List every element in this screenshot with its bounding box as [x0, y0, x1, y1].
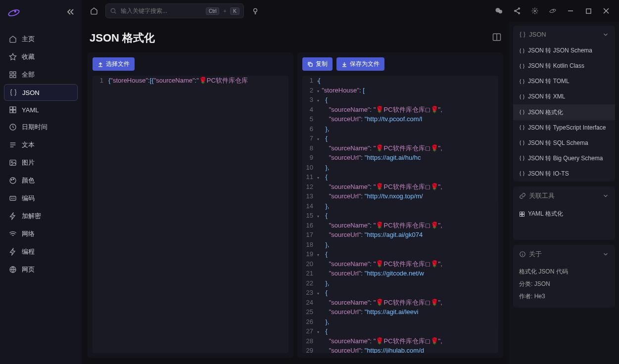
- choose-file-button[interactable]: 选择文件: [93, 57, 135, 71]
- sidebar-item-encode[interactable]: 编码: [4, 190, 78, 207]
- tool-item[interactable]: JSON 转 JSON Schema: [513, 43, 615, 58]
- kbd-k: K: [230, 7, 239, 15]
- svg-rect-8: [10, 110, 12, 113]
- sidebar-item-label: 网页: [22, 265, 35, 274]
- share-icon[interactable]: [509, 3, 525, 18]
- tool-item[interactable]: JSON 转 TOML: [513, 74, 615, 89]
- sidebar-item-bolt[interactable]: 编程: [4, 243, 78, 260]
- about-header[interactable]: 关于: [513, 245, 615, 264]
- home-button[interactable]: [87, 3, 101, 18]
- sidebar-item-boxes[interactable]: YAML: [4, 102, 78, 118]
- svg-rect-7: [13, 107, 16, 109]
- svg-rect-34: [523, 214, 524, 216]
- output-editor[interactable]: 1{2 "storeHouse": [3 {4 "sourceName": "🌹…: [302, 76, 498, 353]
- braces-icon: [519, 171, 525, 177]
- sidebar-item-palette[interactable]: 颜色: [4, 172, 78, 189]
- tool-item-label: JSON 转 SQL Schema: [528, 139, 588, 147]
- search-box[interactable]: Ctrl + K: [105, 3, 244, 18]
- kbd-ctrl: Ctrl: [206, 7, 220, 15]
- chevron-down-icon: [602, 31, 609, 38]
- related-tools-section: 关联工具 YAML 格式化: [513, 186, 615, 240]
- sidebar-item-label: JSON: [22, 89, 40, 96]
- svg-rect-30: [309, 63, 312, 66]
- boxes-icon: [9, 106, 17, 114]
- layout-toggle-icon[interactable]: [492, 33, 501, 44]
- tool-item[interactable]: JSON 转 Kotlin Class: [513, 58, 615, 74]
- home-icon: [9, 35, 17, 43]
- page-title: JSON 格式化: [90, 31, 155, 46]
- svg-rect-4: [10, 75, 12, 78]
- about-author: 作者: He3: [519, 292, 609, 301]
- json-tools-title: JSON: [529, 31, 546, 38]
- sidebar-item-bolt[interactable]: 加解密: [4, 208, 78, 225]
- sidebar-item-clock[interactable]: 日期时间: [4, 119, 78, 136]
- close-button[interactable]: [598, 3, 614, 18]
- link-icon: [519, 192, 526, 199]
- sidebar-item-wifi[interactable]: 网络: [4, 226, 78, 242]
- sidebar-item-home[interactable]: 主页: [4, 31, 78, 47]
- tool-item-label: JSON 转 Kotlin Class: [528, 62, 584, 70]
- bulb-button[interactable]: [248, 3, 263, 18]
- grid-icon: [9, 71, 17, 79]
- tool-item[interactable]: JSON 格式化: [513, 104, 615, 120]
- tool-item[interactable]: JSON 转 Big Query Schema: [513, 151, 615, 166]
- kbd-plus: +: [223, 8, 226, 14]
- sidebar-item-star[interactable]: 收藏: [4, 48, 78, 65]
- tool-item[interactable]: JSON 转 XML: [513, 89, 615, 104]
- copy-icon: [307, 61, 313, 67]
- json-tools-header[interactable]: JSON: [513, 26, 615, 43]
- bolt-icon: [9, 212, 17, 220]
- tool-item[interactable]: JSON 转 IO-TS: [513, 166, 615, 182]
- sidebar-item-label: 编码: [22, 194, 35, 203]
- tool-item-label: JSON 格式化: [528, 108, 563, 117]
- tool-item[interactable]: JSON 转 SQL Schema: [513, 136, 615, 151]
- svg-rect-28: [586, 8, 590, 13]
- sidebar-item-braces[interactable]: JSON: [4, 84, 78, 101]
- boxes-icon: [519, 211, 525, 217]
- sidebar-item-label: 日期时间: [22, 123, 48, 132]
- sidebar-item-text[interactable]: 文本: [4, 136, 78, 153]
- svg-point-18: [111, 8, 115, 12]
- related-item[interactable]: YAML 格式化: [513, 205, 615, 223]
- save-label: 保存为文件: [350, 60, 380, 68]
- planet-icon[interactable]: [545, 3, 561, 18]
- svg-rect-9: [13, 110, 16, 113]
- search-input[interactable]: [121, 7, 202, 14]
- collapse-sidebar-icon[interactable]: [67, 8, 75, 18]
- about-category: 分类: JSON: [519, 280, 609, 288]
- related-tools-header[interactable]: 关联工具: [513, 186, 615, 205]
- svg-point-19: [254, 8, 257, 12]
- svg-rect-6: [10, 107, 12, 109]
- copy-label: 复制: [316, 60, 328, 68]
- braces-icon: [519, 109, 525, 115]
- minimize-button[interactable]: [563, 3, 578, 18]
- input-editor[interactable]: 1{"storeHouse":[{"sourceName":"🌹PC软件库仓库: [93, 76, 288, 353]
- sidebar-item-label: 图片: [22, 158, 35, 167]
- sidebar-item-globe[interactable]: 网页: [4, 261, 78, 278]
- svg-point-27: [553, 10, 554, 11]
- tool-item-label: JSON 转 XML: [528, 92, 565, 101]
- globe-icon: [9, 266, 17, 273]
- tool-item-label: JSON 转 TypeScript Interface: [528, 124, 606, 132]
- braces-icon: [519, 155, 525, 161]
- download-icon: [341, 61, 347, 67]
- save-file-button[interactable]: 保存为文件: [336, 57, 384, 71]
- info-icon: [519, 251, 526, 258]
- sidebar-item-label: 颜色: [22, 176, 35, 185]
- copy-button[interactable]: 复制: [302, 57, 333, 71]
- tool-item-label: JSON 转 TOML: [528, 77, 570, 86]
- wifi-icon: [9, 230, 17, 238]
- about-desc: 格式化 JSON 代码: [519, 268, 609, 276]
- sidebar-item-image[interactable]: 图片: [4, 154, 78, 171]
- sidebar-item-label: 编程: [22, 247, 35, 256]
- sidebar-item-grid[interactable]: 全部: [4, 66, 78, 83]
- svg-point-24: [519, 12, 520, 14]
- settings-icon[interactable]: [527, 3, 543, 18]
- wechat-icon[interactable]: [491, 3, 507, 18]
- output-pane: 复制 保存为文件 1{2 "storeHouse": [3 {4 "source…: [297, 52, 503, 358]
- svg-point-12: [11, 161, 13, 163]
- tool-item[interactable]: JSON 转 TypeScript Interface: [513, 120, 615, 136]
- maximize-button[interactable]: [580, 3, 596, 18]
- svg-point-1: [14, 10, 16, 12]
- braces-icon: [519, 63, 525, 69]
